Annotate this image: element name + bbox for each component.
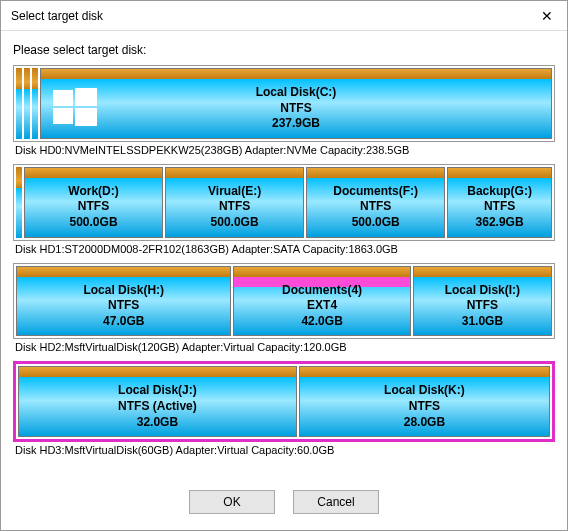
partition-size: 500.0GB [211,215,259,229]
partition-fs: NTFS [219,199,250,213]
partition[interactable]: Backup(G:)NTFS362.9GB [447,167,552,238]
partition[interactable]: Work(D:)NTFS500.0GB [24,167,163,238]
partition-cap [307,168,444,178]
partition-sliver [16,167,22,238]
partition-cap [19,367,296,377]
disk-group[interactable]: Local Disk(C:)NTFS237.9GB [13,65,555,142]
partition-cap [300,367,549,377]
partition-fs: NTFS (Active) [118,399,197,413]
windows-logo-icon [51,84,99,132]
partition-cap [166,168,303,178]
button-bar: OK Cancel [1,476,567,530]
titlebar: Select target disk ✕ [1,1,567,31]
partition-size: 362.9GB [476,215,524,229]
partition[interactable]: Local Disk(H:)NTFS47.0GB [16,266,231,337]
partition-cap [414,267,551,277]
partition-fs: NTFS [484,199,515,213]
close-button[interactable]: ✕ [527,1,567,31]
partition[interactable]: Virual(E:)NTFS500.0GB [165,167,304,238]
partition-label: Local Disk(C:)NTFS237.9GB [256,85,337,132]
partition[interactable]: Local Disk(J:)NTFS (Active)32.0GB [18,366,297,437]
partition-name: Local Disk(J:) [118,383,197,397]
partition-name: Backup(G:) [467,184,532,198]
partition-label: Backup(G:)NTFS362.9GB [467,184,532,231]
partition-size: 237.9GB [272,116,320,130]
partition-sliver [16,68,22,139]
svg-rect-2 [53,108,73,124]
partition-body: Local Disk(I:)NTFS31.0GB [414,277,551,336]
dialog-body: Please select target disk: Local Disk(C:… [1,31,567,476]
partition-cap [234,267,409,277]
partition-name: Local Disk(I:) [445,283,520,297]
svg-rect-0 [53,90,73,106]
partition-fs: NTFS [360,199,391,213]
disk-group[interactable]: Work(D:)NTFS500.0GBVirual(E:)NTFS500.0GB… [13,164,555,241]
partition[interactable]: Documents(4)EXT442.0GB [233,266,410,337]
partition-fs: NTFS [78,199,109,213]
partition-body: Work(D:)NTFS500.0GB [25,178,162,237]
disk-info: Disk HD3:MsftVirtualDisk(60GB) Adapter:V… [15,444,555,456]
partition-name: Documents(F:) [333,184,418,198]
disk-list: Local Disk(C:)NTFS237.9GBDisk HD0:NVMeIN… [13,65,555,456]
partition-size: 42.0GB [301,314,342,328]
svg-rect-1 [75,88,97,106]
partition-body: Documents(4)EXT442.0GB [234,277,409,336]
partition-body: Local Disk(C:)NTFS237.9GB [41,79,551,138]
partition-label: Work(D:)NTFS500.0GB [68,184,118,231]
partition-name: Local Disk(K:) [384,383,465,397]
cancel-button[interactable]: Cancel [293,490,379,514]
partition-body: Local Disk(H:)NTFS47.0GB [17,277,230,336]
partition-cap [25,168,162,178]
partition-cap [17,267,230,277]
partition-name: Virual(E:) [208,184,261,198]
partition-body: Local Disk(J:)NTFS (Active)32.0GB [19,377,296,436]
partition-name: Documents(4) [282,283,362,297]
partition-size: 500.0GB [352,215,400,229]
partition-size: 47.0GB [103,314,144,328]
window-title: Select target disk [11,9,527,23]
partition-name: Local Disk(H:) [83,283,164,297]
partition-label: Documents(4)EXT442.0GB [282,283,362,330]
disk-group[interactable]: Local Disk(J:)NTFS (Active)32.0GBLocal D… [13,361,555,442]
disk-group[interactable]: Local Disk(H:)NTFS47.0GBDocuments(4)EXT4… [13,263,555,340]
partition[interactable]: Local Disk(C:)NTFS237.9GB [40,68,552,139]
partition-body: Documents(F:)NTFS500.0GB [307,178,444,237]
svg-rect-3 [75,108,97,126]
partition-size: 32.0GB [137,415,178,429]
dialog-window: Select target disk ✕ Please select targe… [0,0,568,531]
partition-body: Virual(E:)NTFS500.0GB [166,178,303,237]
partition-sliver [32,68,38,139]
partition-label: Local Disk(I:)NTFS31.0GB [445,283,520,330]
partition-fs: EXT4 [307,298,337,312]
disk-info: Disk HD2:MsftVirtualDisk(120GB) Adapter:… [15,341,555,353]
partition-label: Local Disk(K:)NTFS28.0GB [384,383,465,430]
partition-label: Local Disk(H:)NTFS47.0GB [83,283,164,330]
partition-sliver [24,68,30,139]
partition-size: 500.0GB [70,215,118,229]
partition-label: Documents(F:)NTFS500.0GB [333,184,418,231]
partition-fs: NTFS [467,298,498,312]
partition-body: Backup(G:)NTFS362.9GB [448,178,551,237]
partition[interactable]: Local Disk(K:)NTFS28.0GB [299,366,550,437]
partition-label: Local Disk(J:)NTFS (Active)32.0GB [118,383,197,430]
partition-size: 28.0GB [404,415,445,429]
partition-size: 31.0GB [462,314,503,328]
partition-cap [448,168,551,178]
partition-label: Virual(E:)NTFS500.0GB [208,184,261,231]
prompt-text: Please select target disk: [13,43,555,57]
partition-name: Local Disk(C:) [256,85,337,99]
ok-button[interactable]: OK [189,490,275,514]
partition-fs: NTFS [108,298,139,312]
partition-fs: NTFS [280,101,311,115]
partition-fs: NTFS [409,399,440,413]
partition[interactable]: Local Disk(I:)NTFS31.0GB [413,266,552,337]
partition-name: Work(D:) [68,184,118,198]
partition[interactable]: Documents(F:)NTFS500.0GB [306,167,445,238]
partition-cap [41,69,551,79]
disk-info: Disk HD0:NVMeINTELSSDPEKKW25(238GB) Adap… [15,144,555,156]
partition-body: Local Disk(K:)NTFS28.0GB [300,377,549,436]
disk-info: Disk HD1:ST2000DM008-2FR102(1863GB) Adap… [15,243,555,255]
